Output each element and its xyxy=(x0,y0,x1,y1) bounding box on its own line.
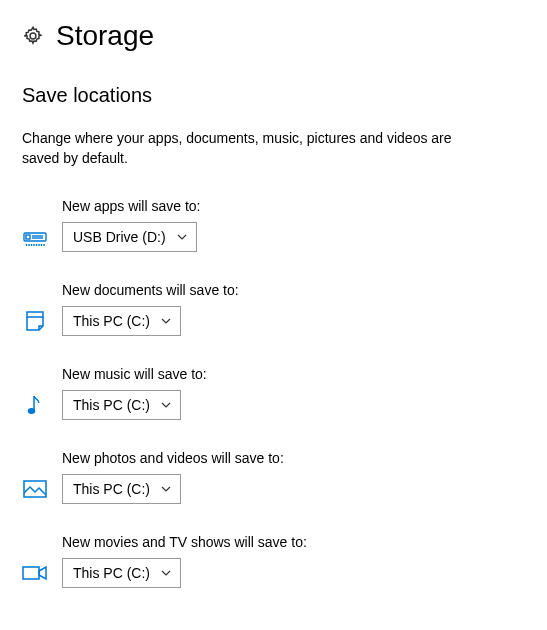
setting-movies-label: New movies and TV shows will save to: xyxy=(62,534,525,550)
section-description: Change where your apps, documents, music… xyxy=(22,129,482,168)
svg-rect-10 xyxy=(26,235,30,239)
apps-icon xyxy=(22,227,48,247)
gear-icon xyxy=(22,25,44,47)
setting-apps: New apps will save to: USB Drive (D:) xyxy=(22,198,525,252)
setting-movies: New movies and TV shows will save to: Th… xyxy=(22,534,525,588)
setting-music-label: New music will save to: xyxy=(62,366,525,382)
movies-icon xyxy=(22,564,48,582)
svg-rect-15 xyxy=(23,567,39,579)
svg-point-13 xyxy=(29,409,35,413)
apps-dropdown-value: USB Drive (D:) xyxy=(73,229,166,245)
documents-dropdown[interactable]: This PC (C:) xyxy=(62,306,181,336)
svg-point-0 xyxy=(30,33,36,39)
section-title: Save locations xyxy=(22,84,525,107)
chevron-down-icon xyxy=(160,399,172,411)
setting-documents: New documents will save to: This PC (C:) xyxy=(22,282,525,336)
setting-photos: New photos and videos will save to: This… xyxy=(22,450,525,504)
documents-dropdown-value: This PC (C:) xyxy=(73,313,150,329)
setting-photos-label: New photos and videos will save to: xyxy=(62,450,525,466)
music-dropdown[interactable]: This PC (C:) xyxy=(62,390,181,420)
chevron-down-icon xyxy=(160,483,172,495)
page-title: Storage xyxy=(56,20,154,52)
photos-dropdown[interactable]: This PC (C:) xyxy=(62,474,181,504)
music-dropdown-value: This PC (C:) xyxy=(73,397,150,413)
setting-music: New music will save to: This PC (C:) xyxy=(22,366,525,420)
setting-photos-control: This PC (C:) xyxy=(22,474,525,504)
apps-dropdown[interactable]: USB Drive (D:) xyxy=(62,222,197,252)
setting-music-control: This PC (C:) xyxy=(22,390,525,420)
photos-dropdown-value: This PC (C:) xyxy=(73,481,150,497)
photos-icon xyxy=(22,479,48,499)
svg-rect-1 xyxy=(24,233,46,241)
setting-documents-control: This PC (C:) xyxy=(22,306,525,336)
movies-dropdown-value: This PC (C:) xyxy=(73,565,150,581)
documents-icon xyxy=(22,310,48,332)
music-icon xyxy=(22,393,48,417)
chevron-down-icon xyxy=(160,315,172,327)
movies-dropdown[interactable]: This PC (C:) xyxy=(62,558,181,588)
setting-movies-control: This PC (C:) xyxy=(22,558,525,588)
chevron-down-icon xyxy=(176,231,188,243)
setting-apps-label: New apps will save to: xyxy=(62,198,525,214)
chevron-down-icon xyxy=(160,567,172,579)
page-header: Storage xyxy=(22,20,525,52)
setting-apps-control: USB Drive (D:) xyxy=(22,222,525,252)
setting-documents-label: New documents will save to: xyxy=(62,282,525,298)
